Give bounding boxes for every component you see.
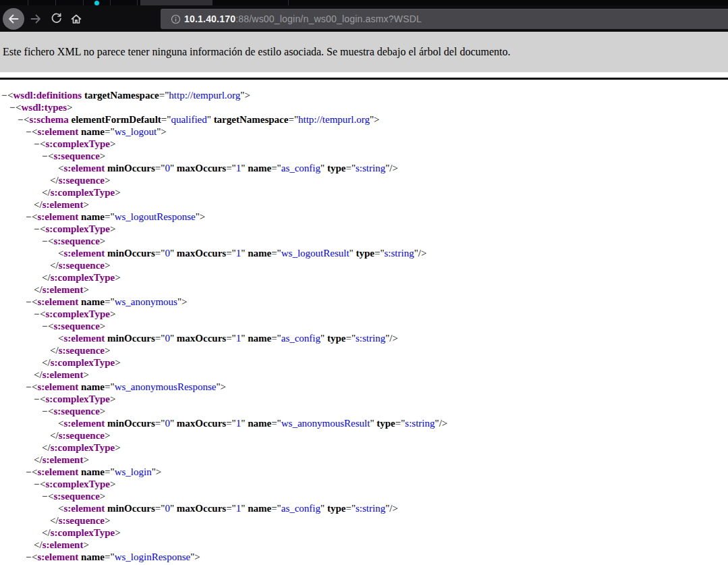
xml-equals-quote: =" xyxy=(105,466,115,477)
forward-button[interactable] xyxy=(26,9,46,29)
xml-open-line: −<s:sequence> xyxy=(0,150,728,162)
xml-attr-name: maxOccurs xyxy=(177,163,226,173)
address-bar[interactable]: 10.1.40.170:88/ws00_login/n_ws00_login.a… xyxy=(161,9,728,29)
xml-tag-name: s:element xyxy=(37,126,78,137)
site-info-icon[interactable] xyxy=(167,9,184,29)
xml-attr-name: type xyxy=(376,418,395,429)
xml-bracket: > xyxy=(110,308,115,319)
xml-close-line: </s:element> xyxy=(0,454,728,466)
xml-attr-name: maxOccurs xyxy=(177,503,226,514)
collapse-toggle[interactable]: − xyxy=(34,308,40,320)
xml-equals-quote: =" xyxy=(155,333,165,344)
xml-tag-name: s:complexType xyxy=(45,394,110,404)
collapse-toggle[interactable]: − xyxy=(26,211,32,223)
xml-tag-name: s:complexType xyxy=(51,357,115,368)
collapse-toggle[interactable]: − xyxy=(42,150,48,162)
xml-bracket: > xyxy=(105,345,110,356)
xml-tag-name: s:sequence xyxy=(59,175,105,186)
xml-bracket: </ xyxy=(42,357,51,368)
collapse-toggle[interactable]: − xyxy=(26,296,32,308)
back-button[interactable] xyxy=(3,8,24,30)
collapse-toggle[interactable]: − xyxy=(42,490,48,502)
xml-equals-quote: =" xyxy=(226,248,236,259)
xml-bracket: > xyxy=(374,114,379,125)
xml-bracket: > xyxy=(110,394,115,404)
xml-attr-value: ws_anonymous xyxy=(115,296,177,307)
xml-tag-name: s:sequence xyxy=(59,515,105,526)
xml-equals-quote: =" xyxy=(226,163,236,173)
xml-bracket: </ xyxy=(34,284,43,295)
xml-attr-value: 0 xyxy=(165,333,170,344)
xml-attr-value: 0 xyxy=(165,418,170,429)
xml-bracket: > xyxy=(221,381,226,392)
xml-leaf-line: <s:element minOccurs="0" maxOccurs="1" n… xyxy=(0,417,728,429)
xml-tag-name: s:sequence xyxy=(53,491,99,502)
collapse-toggle[interactable]: − xyxy=(34,223,40,235)
collapse-toggle[interactable]: − xyxy=(26,466,32,478)
collapse-toggle[interactable]: − xyxy=(26,126,32,138)
collapse-toggle[interactable]: − xyxy=(34,393,40,405)
collapse-toggle[interactable]: − xyxy=(9,101,16,113)
xml-bracket: > xyxy=(100,151,105,161)
xml-equals-quote: =" xyxy=(345,333,356,344)
xml-bracket: </ xyxy=(50,345,59,356)
xml-attr-name: elementFormDefault xyxy=(72,114,161,125)
tab-strip xyxy=(0,0,728,5)
xml-bracket: </ xyxy=(42,187,51,198)
xml-attr-value: ws_anonymousResult xyxy=(281,418,370,429)
xml-leaf-line: <s:element minOccurs="0" maxOccurs="1" n… xyxy=(0,332,728,344)
xml-attr-name: maxOccurs xyxy=(177,418,226,429)
xml-tag-name: s:element xyxy=(43,284,84,295)
xml-attr-value: as_config xyxy=(281,333,320,344)
xml-bracket: > xyxy=(110,138,115,149)
xml-bracket: > xyxy=(105,430,110,441)
xml-attr-value: ws_loginResponse xyxy=(115,551,191,562)
xml-tag-name: s:complexType xyxy=(51,442,115,453)
xml-attr-name: type xyxy=(327,333,346,344)
tab-separator xyxy=(110,0,111,5)
xml-bracket: > xyxy=(115,187,120,198)
reload-button[interactable] xyxy=(46,9,66,29)
xml-equals-quote: =" xyxy=(155,503,165,514)
collapse-toggle[interactable]: − xyxy=(34,138,40,150)
xml-equals-quote: =" xyxy=(226,418,236,429)
collapse-toggle[interactable]: − xyxy=(42,320,48,332)
xml-bracket: /> xyxy=(389,333,398,344)
xml-tag-name: s:schema xyxy=(29,114,68,125)
xml-close-line: </s:element> xyxy=(0,284,728,296)
collapse-toggle[interactable]: − xyxy=(34,478,40,490)
xml-equals-quote: =" xyxy=(271,333,281,344)
collapse-toggle[interactable]: − xyxy=(18,113,24,126)
xml-equals-quote: =" xyxy=(161,114,171,125)
home-button[interactable] xyxy=(66,9,86,29)
xml-equals-quote: =" xyxy=(271,248,281,259)
xml-equals-quote: =" xyxy=(155,418,165,429)
xml-attr-name: minOccurs xyxy=(107,163,155,173)
xml-bracket: > xyxy=(100,491,105,502)
xml-open-line: −<s:sequence> xyxy=(0,490,728,502)
collapse-toggle[interactable]: − xyxy=(26,551,32,563)
xml-equals-quote: =" xyxy=(159,90,169,101)
collapse-toggle[interactable]: − xyxy=(42,405,48,417)
xml-tag-name: wsdl:definitions xyxy=(13,90,82,101)
xml-close-line: </s:complexType> xyxy=(0,527,728,539)
active-tab[interactable] xyxy=(140,0,213,5)
xml-tag-name: s:sequence xyxy=(59,430,105,441)
xml-bracket: > xyxy=(156,466,161,477)
xml-attr-value: 0 xyxy=(165,163,170,173)
xml-attr-name: minOccurs xyxy=(107,418,155,429)
xml-tag-name: s:complexType xyxy=(45,479,110,489)
tab-separator xyxy=(83,0,84,5)
collapse-toggle[interactable]: − xyxy=(1,89,7,101)
xml-bracket: > xyxy=(67,102,72,113)
xml-open-line: −<wsdl:definitions targetNamespace="http… xyxy=(0,89,728,101)
collapse-toggle[interactable]: − xyxy=(26,381,32,393)
xml-open-line: −<s:element name="ws_anonymous"> xyxy=(0,296,728,308)
xml-tag-name: s:complexType xyxy=(45,138,110,149)
xml-attr-name: minOccurs xyxy=(107,503,155,514)
xml-bracket: </ xyxy=(42,272,51,283)
url-path: :88/ws00_login/n_ws00_login.asmx?WSDL xyxy=(235,14,422,24)
xml-equals-quote: =" xyxy=(271,163,281,173)
xml-close-line: </s:element> xyxy=(0,369,728,381)
collapse-toggle[interactable]: − xyxy=(42,235,48,247)
